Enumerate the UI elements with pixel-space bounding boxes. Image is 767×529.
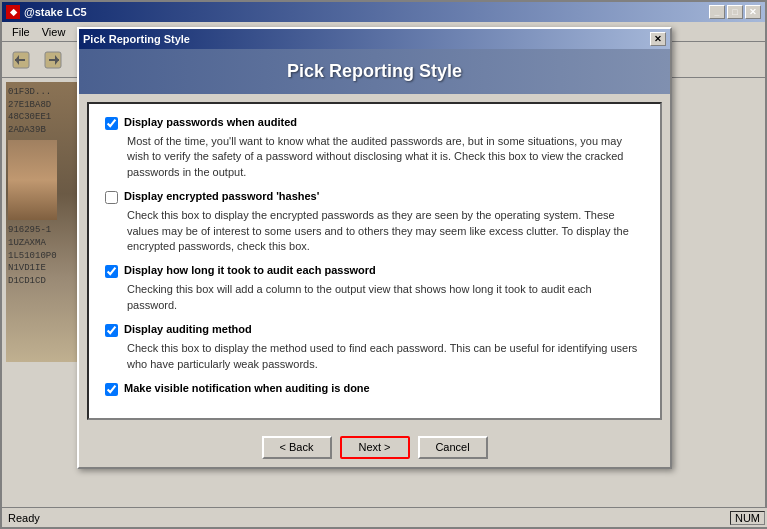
dialog-body: Display passwords when audited Most of t… <box>87 102 662 420</box>
option-1-desc: Most of the time, you'll want to know wh… <box>127 134 644 180</box>
option-3-text: Display how long it took to audit each p… <box>124 264 376 276</box>
pick-reporting-style-dialog: Pick Reporting Style ✕ Pick Reporting St… <box>77 27 672 469</box>
option-3-checkbox[interactable] <box>105 265 118 278</box>
main-window: ◆ @stake LC5 _ □ ✕ File View H <box>0 0 767 529</box>
option-2-desc: Check this box to display the encrypted … <box>127 208 644 254</box>
dialog-close-button[interactable]: ✕ <box>650 32 666 46</box>
option-row-3: Display how long it took to audit each p… <box>105 264 644 313</box>
dialog-title-text: Pick Reporting Style <box>83 33 650 45</box>
option-5-checkbox[interactable] <box>105 383 118 396</box>
option-row-2: Display encrypted password 'hashes' Chec… <box>105 190 644 254</box>
option-1-text: Display passwords when audited <box>124 116 297 128</box>
option-row-5: Make visible notification when auditing … <box>105 382 644 396</box>
dialog-header-title: Pick Reporting Style <box>99 61 650 82</box>
dialog-titlebar: Pick Reporting Style ✕ <box>79 29 670 49</box>
dialog-header: Pick Reporting Style <box>79 49 670 94</box>
option-row-4: Display auditing method Check this box t… <box>105 323 644 372</box>
dialog-footer: < Back Next > Cancel <box>79 428 670 467</box>
option-2-checkbox[interactable] <box>105 191 118 204</box>
option-1-checkbox[interactable] <box>105 117 118 130</box>
cancel-button[interactable]: Cancel <box>418 436 488 459</box>
back-button[interactable]: < Back <box>262 436 332 459</box>
option-4-text: Display auditing method <box>124 323 252 335</box>
option-4-desc: Check this box to display the method use… <box>127 341 644 372</box>
option-3-desc: Checking this box will add a column to t… <box>127 282 644 313</box>
option-4-label[interactable]: Display auditing method <box>105 323 644 337</box>
option-4-checkbox[interactable] <box>105 324 118 337</box>
option-row-1: Display passwords when audited Most of t… <box>105 116 644 180</box>
option-2-label[interactable]: Display encrypted password 'hashes' <box>105 190 644 204</box>
next-button[interactable]: Next > <box>340 436 410 459</box>
option-5-label[interactable]: Make visible notification when auditing … <box>105 382 644 396</box>
option-2-text: Display encrypted password 'hashes' <box>124 190 319 202</box>
option-1-label[interactable]: Display passwords when audited <box>105 116 644 130</box>
dialog-overlay: Pick Reporting Style ✕ Pick Reporting St… <box>2 2 765 527</box>
option-3-label[interactable]: Display how long it took to audit each p… <box>105 264 644 278</box>
option-5-text: Make visible notification when auditing … <box>124 382 370 394</box>
